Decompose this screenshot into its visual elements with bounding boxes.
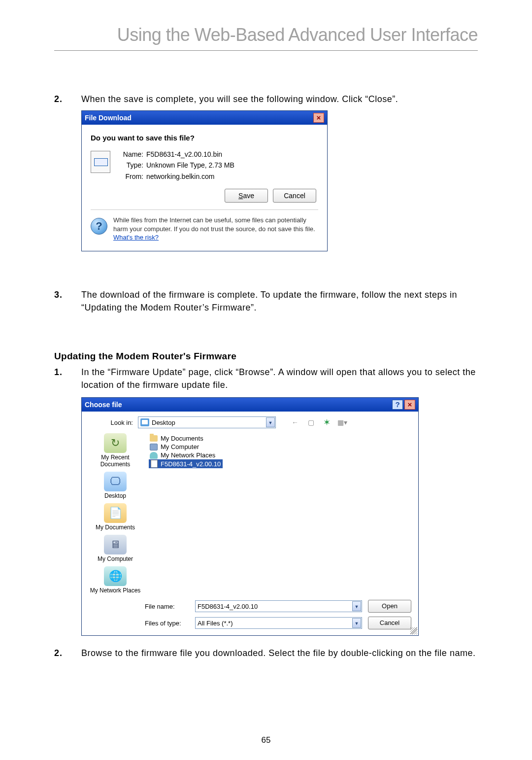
look-in-label: Look in: (89, 419, 133, 426)
place-mydocuments[interactable]: 📄 My Documents (89, 503, 142, 531)
shield-icon: ? (91, 218, 107, 235)
type-value: Unknown File Type, 2.73 MB (146, 160, 234, 171)
file-type-label: Files of type: (145, 620, 195, 627)
type-label: Type: (119, 160, 146, 171)
list-item[interactable]: My Computer (149, 443, 411, 451)
step-text: When the save is complete, you will see … (81, 93, 398, 105)
file-type-field[interactable]: All Files (*.*) ▼ (195, 617, 362, 629)
back-icon[interactable]: ← (290, 417, 300, 428)
computer-icon (150, 444, 158, 450)
chevron-down-icon[interactable]: ▼ (352, 618, 361, 628)
file-icon (91, 151, 110, 173)
place-mynetwork[interactable]: 🌐 My Network Places (89, 566, 142, 594)
dialog-titlebar: File Download × (82, 111, 327, 125)
dialog-question: Do you want to save this file? (91, 134, 318, 142)
recent-icon: ↻ (104, 433, 127, 453)
step-number: 1. (54, 366, 81, 391)
step-a3: 3. The download of the firmware is compl… (54, 288, 478, 314)
file-download-dialog: File Download × Do you want to save this… (81, 110, 328, 251)
divider (91, 209, 318, 210)
step-b2: 2. Browse to the firmware file you downl… (54, 647, 478, 659)
file-name-label: File name: (145, 603, 195, 610)
place-desktop[interactable]: 🖵 Desktop (89, 472, 142, 499)
name-value: F5D8631-4_v2.00.10.bin (146, 149, 222, 160)
chevron-down-icon[interactable]: ▼ (266, 417, 275, 427)
views-icon[interactable]: ▦▾ (337, 417, 348, 428)
step-number: 3. (54, 288, 81, 314)
step-b1: 1. In the “Firmware Update” page, click … (54, 366, 478, 391)
computer-icon: 🖥 (104, 535, 127, 554)
save-button[interactable]: Save (225, 189, 268, 203)
desktop-icon: 🖵 (104, 472, 127, 491)
from-value: networking.belkin.com (146, 171, 215, 182)
whats-the-risk-link[interactable]: What's the risk? (113, 234, 159, 241)
desktop-icon (140, 418, 149, 426)
network-icon: 🌐 (104, 566, 127, 586)
step-a2: 2. When the save is complete, you will s… (54, 93, 478, 105)
step-text: Browse to the firmware file you download… (81, 647, 475, 659)
resize-grip-icon[interactable] (410, 627, 417, 634)
choose-file-dialog: Choose file ? × Look in: Desktop ▼ ← ▢ ✶… (81, 397, 419, 636)
place-mycomputer[interactable]: 🖥 My Computer (89, 535, 142, 562)
place-recent[interactable]: ↻ My Recent Documents (89, 433, 142, 468)
file-list[interactable]: My Documents My Computer My Network Plac… (149, 431, 411, 594)
warning-text: While files from the Internet can be use… (113, 216, 318, 242)
new-folder-icon[interactable]: ✶ (321, 417, 332, 428)
file-icon (151, 460, 158, 468)
open-button[interactable]: Open (368, 600, 411, 613)
close-icon[interactable]: × (404, 400, 415, 410)
up-icon[interactable]: ▢ (305, 417, 316, 428)
list-item[interactable]: My Documents (149, 434, 411, 443)
places-bar: ↻ My Recent Documents 🖵 Desktop 📄 My Doc… (89, 431, 142, 594)
step-text: The download of the firmware is complete… (81, 288, 478, 314)
file-name-field[interactable]: F5D8631-4_v2.00.10 ▼ (195, 600, 362, 612)
network-icon (150, 452, 158, 459)
chevron-down-icon[interactable]: ▼ (352, 601, 361, 611)
step-number: 2. (54, 93, 81, 105)
close-icon[interactable]: × (313, 113, 324, 123)
documents-icon: 📄 (104, 503, 127, 523)
cancel-button[interactable]: Cancel (273, 189, 316, 203)
from-label: From: (119, 171, 146, 182)
help-icon[interactable]: ? (392, 400, 403, 410)
cancel-button[interactable]: Cancel (368, 617, 411, 629)
step-text: In the “Firmware Update” page, click “Br… (81, 366, 478, 391)
dialog-titlebar: Choose file ? × (82, 398, 418, 412)
page-title: Using the Web-Based Advanced User Interf… (54, 25, 478, 51)
section-heading: Updating the Modem Router's Firmware (54, 351, 478, 362)
folder-icon (150, 435, 158, 442)
dialog-title-text: File Download (85, 114, 132, 122)
name-label: Name: (119, 149, 146, 160)
step-number: 2. (54, 647, 81, 659)
list-item-selected[interactable]: F5D8631-4_v2.00.10 (149, 459, 223, 468)
look-in-select[interactable]: Desktop ▼ (138, 416, 276, 428)
dialog-title-text: Choose file (85, 401, 122, 409)
list-item[interactable]: My Network Places (149, 451, 411, 459)
page-number: 65 (0, 735, 532, 745)
look-in-value: Desktop (152, 419, 175, 426)
toolbar: ← ▢ ✶ ▦▾ (290, 417, 348, 428)
